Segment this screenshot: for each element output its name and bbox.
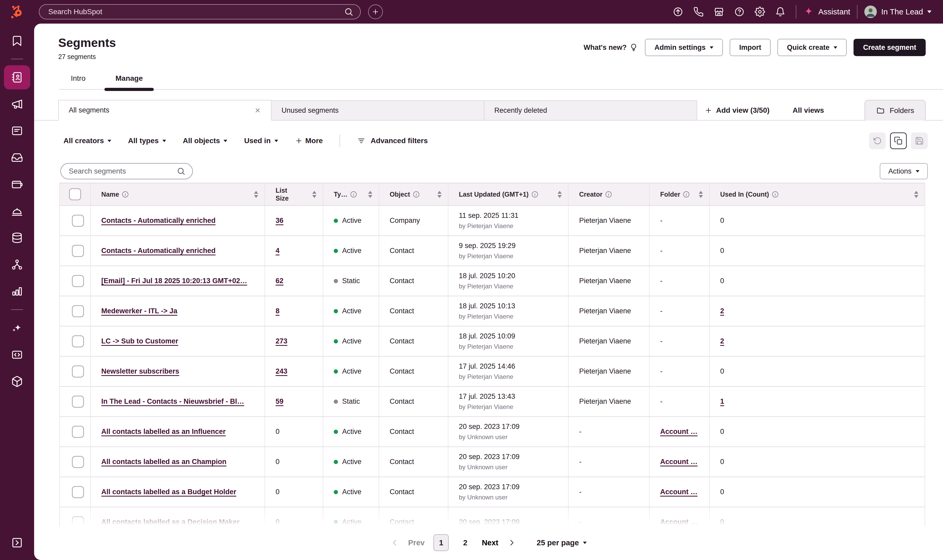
account-menu[interactable]: In The Lead xyxy=(864,6,931,18)
expand-sidebar-button[interactable] xyxy=(11,537,23,549)
column-header-size[interactable]: List Size xyxy=(265,183,323,205)
next-page-button[interactable]: Next xyxy=(482,538,498,547)
list-size-link[interactable]: 62 xyxy=(276,277,283,285)
row-select[interactable] xyxy=(60,326,91,356)
row-select[interactable] xyxy=(60,236,91,266)
row-select[interactable] xyxy=(60,266,91,296)
view-tab-unused-segments[interactable]: Unused segments xyxy=(271,100,485,121)
segment-name-link[interactable]: Medewerker - ITL -> Ja xyxy=(101,307,177,315)
used-in-link[interactable]: 1 xyxy=(720,397,724,406)
segment-name-link[interactable]: Contacts - Automatically enriched xyxy=(101,217,216,225)
sidebar-item-contacts[interactable] xyxy=(4,65,30,89)
sort-control[interactable] xyxy=(252,189,260,200)
sidebar-item-breeze[interactable] xyxy=(4,316,30,340)
sidebar-item-commerce[interactable] xyxy=(4,172,30,196)
per-page-select[interactable]: 25 per page xyxy=(537,538,587,547)
sidebar-item-developer[interactable] xyxy=(4,343,30,367)
column-header-creator[interactable]: Creatori xyxy=(569,183,650,205)
help-button[interactable] xyxy=(731,3,748,20)
prev-page-chevron[interactable] xyxy=(390,538,399,547)
list-size-link[interactable]: 8 xyxy=(276,307,279,315)
add-view-button[interactable]: Add view (3/50) xyxy=(704,106,770,115)
page-2-button[interactable]: 2 xyxy=(458,534,473,551)
checkbox[interactable] xyxy=(72,305,84,317)
checkbox[interactable] xyxy=(72,245,84,257)
tab-manage[interactable]: Manage xyxy=(104,68,154,89)
segment-name-link[interactable]: Contacts - Automatically enriched xyxy=(101,247,216,255)
sidebar-item-automations[interactable] xyxy=(4,252,30,277)
checkbox[interactable] xyxy=(72,486,84,498)
filter-used-in[interactable]: Used in xyxy=(244,137,278,145)
row-select[interactable] xyxy=(60,296,91,326)
checkbox[interactable] xyxy=(72,275,84,287)
checkbox[interactable] xyxy=(72,426,84,438)
column-header-used[interactable]: Used In (Count)i xyxy=(710,183,924,205)
settings-button[interactable] xyxy=(751,3,769,20)
checkbox[interactable] xyxy=(72,456,84,468)
admin-settings-button[interactable]: Admin settings xyxy=(645,39,723,56)
segment-name-link[interactable]: Newsletter subscribers xyxy=(101,367,179,375)
sort-control[interactable] xyxy=(436,189,443,200)
whats-new-link[interactable]: What's new? xyxy=(583,43,638,52)
global-create-button[interactable] xyxy=(368,5,383,19)
segment-name-link[interactable]: [Email] - Fri Jul 18 2025 10:20:13 GMT+0… xyxy=(101,277,247,285)
filter-all-creators[interactable]: All creators xyxy=(63,137,111,145)
checkbox[interactable] xyxy=(72,365,84,377)
checkbox[interactable] xyxy=(72,215,84,227)
marketplace-button[interactable] xyxy=(710,3,728,20)
segment-search-input[interactable] xyxy=(69,167,177,175)
page-1-button[interactable]: 1 xyxy=(434,534,449,551)
row-select[interactable] xyxy=(60,477,91,507)
folder-link[interactable]: Account … xyxy=(660,458,698,466)
select-all-checkbox[interactable] xyxy=(60,183,91,205)
all-views-button[interactable]: All views xyxy=(793,106,824,115)
prev-page-button[interactable]: Prev xyxy=(408,538,425,547)
row-select[interactable] xyxy=(60,447,91,477)
list-size-link[interactable]: 4 xyxy=(276,247,279,255)
checkbox[interactable] xyxy=(72,516,84,527)
advanced-filters-button[interactable]: Advanced filters xyxy=(357,136,428,145)
used-in-link[interactable]: 2 xyxy=(720,337,724,345)
list-size-link[interactable]: 273 xyxy=(276,337,287,345)
column-header-updated[interactable]: Last Updated (GMT+1)i xyxy=(448,183,569,205)
checkbox[interactable] xyxy=(72,395,84,408)
row-select[interactable] xyxy=(60,357,91,386)
checkbox[interactable] xyxy=(72,335,84,348)
segment-name-link[interactable]: All contacts labelled as a Budget Holder xyxy=(101,488,236,496)
global-search-input[interactable] xyxy=(48,8,344,16)
column-header-type[interactable]: Ty…i xyxy=(323,183,379,205)
sidebar-item-data[interactable] xyxy=(4,226,30,250)
actions-button[interactable]: Actions xyxy=(880,163,928,179)
sidebar-item-service[interactable] xyxy=(4,199,30,223)
sort-control[interactable] xyxy=(311,189,318,200)
folder-link[interactable]: Account … xyxy=(660,428,698,436)
save-view-button[interactable] xyxy=(911,132,928,149)
view-tab-recently-deleted[interactable]: Recently deleted xyxy=(484,100,697,121)
create-segment-button[interactable]: Create segment xyxy=(853,39,926,56)
sort-control[interactable] xyxy=(912,189,920,200)
checkbox[interactable] xyxy=(69,188,81,200)
calling-button[interactable] xyxy=(690,3,707,20)
undo-button[interactable] xyxy=(869,132,886,149)
list-size-link[interactable]: 59 xyxy=(276,397,283,406)
close-view-button[interactable] xyxy=(254,107,261,114)
filter-all-objects[interactable]: All objects xyxy=(183,137,227,145)
row-select[interactable] xyxy=(60,387,91,416)
used-in-link[interactable]: 2 xyxy=(720,307,724,315)
folder-link[interactable]: Account … xyxy=(660,518,698,526)
sidebar-item-inbox[interactable] xyxy=(4,146,30,170)
sidebar-item-integrations[interactable] xyxy=(4,369,30,394)
segment-name-link[interactable]: LC -> Sub to Customer xyxy=(101,337,178,345)
folder-link[interactable]: Account … xyxy=(660,488,698,496)
row-select[interactable] xyxy=(60,507,91,526)
notifications-button[interactable] xyxy=(772,3,789,20)
view-tab-all-segments[interactable]: All segments xyxy=(58,100,272,121)
sort-control[interactable] xyxy=(697,189,704,200)
import-button[interactable]: Import xyxy=(730,39,771,56)
sidebar-item-bookmarks[interactable] xyxy=(4,29,30,53)
quick-create-button[interactable]: Quick create xyxy=(778,39,847,56)
upgrade-button[interactable] xyxy=(669,3,687,20)
sidebar-item-content[interactable] xyxy=(4,119,30,143)
row-select[interactable] xyxy=(60,206,91,235)
sort-control[interactable] xyxy=(367,189,374,200)
